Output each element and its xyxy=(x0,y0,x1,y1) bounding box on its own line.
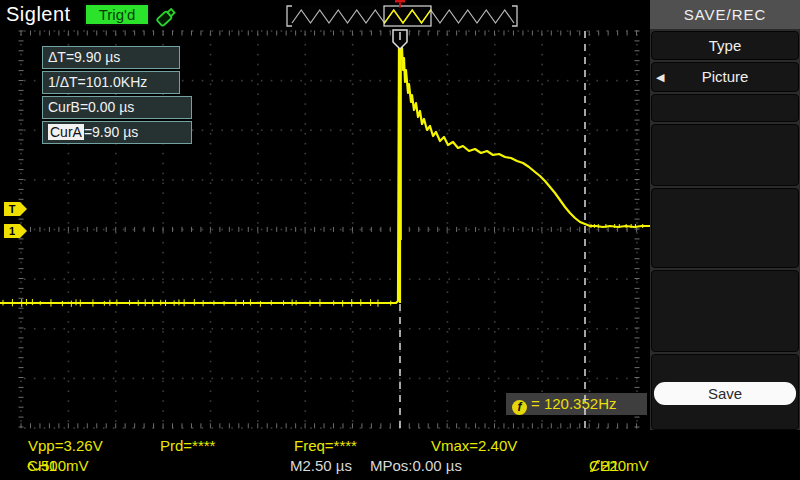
ch1-scale-readout: CH1500mV xyxy=(27,457,41,474)
oscilloscope-screen: Siglent Trig'd xyxy=(0,0,800,480)
status-bar: Vpp=3.26V Prd=**** Freq=**** Vmax=2.40V … xyxy=(0,430,800,480)
cur-a-highlight: CurA xyxy=(48,124,84,140)
cursor-readout-delta-t: ΔT=9.90 µs xyxy=(42,46,180,69)
trigger-status-badge: Trig'd xyxy=(84,3,150,26)
menu-item-type-value[interactable]: ◀ Picture xyxy=(651,62,799,92)
menu-slot-empty-2[interactable] xyxy=(651,124,799,186)
menu-slot-save: Save xyxy=(651,354,799,430)
trigger-position-marker[interactable] xyxy=(393,30,407,49)
menu-slot-empty-1[interactable] xyxy=(651,94,799,122)
save-button[interactable]: Save xyxy=(654,382,796,405)
cursor-a-line[interactable] xyxy=(583,28,587,430)
freq-readout: Freq=**** xyxy=(294,437,357,454)
menu-title: SAVE/REC xyxy=(650,0,800,29)
frequency-icon: f xyxy=(512,400,527,415)
vmax-readout: Vmax=2.40V xyxy=(431,437,517,454)
menu-slot-empty-3[interactable] xyxy=(651,188,799,268)
cursor-readout-cur-a: CurA=9.90 µs xyxy=(42,121,192,144)
period-readout: Prd=**** xyxy=(160,437,215,454)
channel1-ground-marker[interactable]: 1 xyxy=(4,224,27,238)
vpp-readout: Vpp=3.26V xyxy=(28,437,103,454)
softkey-menu: SAVE/REC Type ◀ Picture Save xyxy=(650,0,800,430)
acquisition-preview-bar[interactable] xyxy=(284,5,520,27)
cursor-readout-cur-b: CurB=0.00 µs xyxy=(42,96,192,119)
usb-drive-icon xyxy=(153,2,183,28)
brand-logo: Siglent xyxy=(6,3,71,26)
mpos-readout: MPos:0.00 µs xyxy=(370,457,462,474)
waveform-display: T 1 ΔT=9.90 µs 1/ΔT=101.0KHz CurB=0.00 µ… xyxy=(0,28,650,430)
trigger-level-marker[interactable]: T xyxy=(4,202,27,216)
timebase-readout: M2.50 µs xyxy=(290,457,352,474)
frequency-value: = 120.352Hz xyxy=(531,395,616,412)
cursor-readout-inv-delta-t: 1/ΔT=101.0KHz xyxy=(42,71,180,94)
frequency-counter: f= 120.352Hz xyxy=(506,393,647,415)
trigger-readout: CH1 220mV xyxy=(589,457,601,474)
svg-text:1: 1 xyxy=(9,225,15,237)
selected-arrow-icon: ◀ xyxy=(656,63,664,91)
menu-slot-empty-4[interactable] xyxy=(651,270,799,352)
svg-text:T: T xyxy=(9,203,16,215)
menu-item-type[interactable]: Type xyxy=(651,31,799,60)
trigger-position-mini-marker xyxy=(395,0,405,8)
